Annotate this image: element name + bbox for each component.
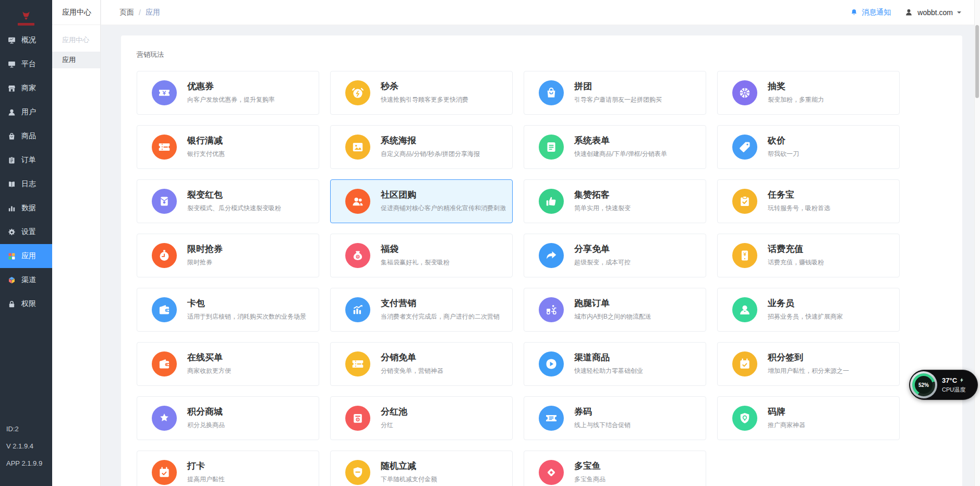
sidebar-item-orders[interactable]: 订单 <box>0 148 52 172</box>
app-card-system-form[interactable]: 系统表单快速创建商品/下单/弹框/分销表单 <box>524 125 706 169</box>
sidebar-item-label: 平台 <box>21 59 36 69</box>
app-card-random-discount[interactable]: 随机立减下单随机减支付金额 <box>330 451 513 486</box>
flash-icon <box>959 378 964 383</box>
breadcrumb-page[interactable]: 页面 <box>119 8 134 17</box>
chart-icon <box>345 297 370 322</box>
app-card-task-treasure[interactable]: 任务宝玩转服务号，吸粉首选 <box>717 179 900 223</box>
page-scrollbar[interactable] <box>974 0 980 486</box>
app-card-salesman[interactable]: 业务员招募业务员，快速扩展商家 <box>717 288 900 332</box>
app-card-title: 随机立减 <box>381 461 437 470</box>
app-card-online-pay[interactable]: 在线买单商家收款更方便 <box>137 342 319 386</box>
sidebar-item-data[interactable]: 数据 <box>0 196 52 220</box>
app-card-desc: 限时抢券 <box>187 258 223 267</box>
sidebar-item-goods[interactable]: 商品 <box>0 124 52 148</box>
app-card-desc: 线上与线下结合促销 <box>574 421 631 430</box>
app-card-payment-marketing[interactable]: 支付营销当消费者支付完成后，商户进行的二次营销 <box>330 288 513 332</box>
main-content: 营销玩法 优惠券向客户发放优惠券，提升复购率秒杀快速抢购引导顾客更多更快消费拼团… <box>101 25 975 486</box>
poster-icon <box>345 135 370 160</box>
clipboard-icon <box>732 189 757 214</box>
app-card-channel-goods[interactable]: 渠道商品快速轻松助力零基础创业 <box>524 342 706 386</box>
app-card-bank-discount[interactable]: 银行满减银行支付优惠 <box>137 125 319 169</box>
cpu-temp-value: 37°C <box>942 376 957 384</box>
sidebar-item-permission[interactable]: 权限 <box>0 292 52 316</box>
app-card-title: 积分签到 <box>768 353 849 362</box>
submenu-items: 应用中心应用 <box>52 32 100 68</box>
app-card-title: 裂变红包 <box>187 190 281 199</box>
app-card-coupon[interactable]: 优惠券向客户发放优惠券，提升复购率 <box>137 71 319 115</box>
app-card-turbot[interactable]: 多宝鱼多宝鱼商品 <box>524 451 706 486</box>
app-card-punch-card[interactable]: 打卡提高用户黏性 <box>137 451 319 486</box>
app-card-lucky-bag[interactable]: 福袋集福袋赢好礼，裂变吸粉 <box>330 234 513 277</box>
sidebar-item-label: 应用 <box>21 251 36 261</box>
app-card-time-limited-coupon[interactable]: 限时抢券限时抢券 <box>137 234 319 277</box>
bell-icon <box>850 8 858 16</box>
version: V 2.1.9.4 <box>6 438 42 455</box>
sidebar-item-logs[interactable]: 日志 <box>0 172 52 196</box>
app-card-errand-order[interactable]: 跑腿订单城市内A到B之间的物流配送 <box>524 288 706 332</box>
app-card-lottery[interactable]: 抽奖裂变加粉，多重能力 <box>717 71 900 115</box>
brand-wordmark <box>18 23 34 26</box>
brand-logo[interactable] <box>0 0 52 31</box>
sidebar-item-apps[interactable]: 应用 <box>0 244 52 268</box>
app-card-card-pack[interactable]: 卡包适用于到店核销，消耗购买次数的业务场景 <box>137 288 319 332</box>
app-card-share-free[interactable]: 分享免单超级裂变，成本可控 <box>524 234 706 277</box>
app-card-title: 拼团 <box>574 82 662 91</box>
app-card-title: 银行满减 <box>187 136 225 145</box>
app-card-text: 系统表单快速创建商品/下单/弹框/分销表单 <box>574 136 667 159</box>
notification-button[interactable]: 消息通知 <box>850 8 891 17</box>
app-card-text: 优惠券向客户发放优惠券，提升复购率 <box>187 82 275 104</box>
sidebar-item-label: 权限 <box>21 299 36 309</box>
cpu-info: 37°C CPU温度 <box>942 376 965 394</box>
app-card-like-collect[interactable]: 集赞拓客简单实用，快速裂变 <box>524 179 706 223</box>
sidebar-item-overview[interactable]: 概况 <box>0 28 52 52</box>
app-card-desc: 分销变免单，营销神器 <box>381 367 443 375</box>
app-card-desc: 城市内A到B之间的物流配送 <box>574 312 651 321</box>
sidebar-item-user[interactable]: 用户 <box>0 100 52 124</box>
app-card-desc: 裂变加粉，多重能力 <box>768 95 824 104</box>
app-card-code-plate[interactable]: 码牌推广商家神器 <box>717 396 900 440</box>
app-card-desc: 快速轻松助力零基础创业 <box>574 367 643 375</box>
app-card-title: 社区团购 <box>381 190 506 199</box>
app-card-bargain[interactable]: 砍价帮我砍一刀 <box>717 125 900 169</box>
sidebar-item-platform[interactable]: 平台 <box>0 52 52 76</box>
apps-icon <box>7 252 16 261</box>
submenu-item-app[interactable]: 应用 <box>52 52 100 68</box>
phone-icon <box>732 243 757 268</box>
app-card-coupon-code[interactable]: 券码线上与线下结合促销 <box>524 396 706 440</box>
app-card-distribution-free[interactable]: 分销免单分销变免单，营销神器 <box>330 342 513 386</box>
app-card-text: 福袋集福袋赢好礼，裂变吸粉 <box>381 245 450 267</box>
app-card-system-poster[interactable]: 系统海报自定义商品/分销/秒杀/拼团分享海报 <box>330 125 513 169</box>
app-card-text: 限时抢券限时抢券 <box>187 245 223 267</box>
app-card-fission-redpacket[interactable]: 裂变红包裂变模式、瓜分模式快速裂变吸粉 <box>137 179 319 223</box>
app-card-desc: 向客户发放优惠券，提升复购率 <box>187 95 275 104</box>
app-card-title: 多宝鱼 <box>574 461 606 470</box>
app-card-dividend-pool[interactable]: 分红池分红 <box>330 396 513 440</box>
submenu-item-app-center[interactable]: 应用中心 <box>52 32 100 48</box>
app-card-points-mall[interactable]: 积分商城积分兑换商品 <box>137 396 319 440</box>
app-card-group-buy[interactable]: 拼团引导客户邀请朋友一起拼团购买 <box>524 71 706 115</box>
chevron-down-icon <box>957 11 961 16</box>
coupon-icon <box>152 135 177 160</box>
notification-label: 消息通知 <box>862 8 891 17</box>
cpu-monitor-widget: 52% 37°C CPU温度 <box>909 370 978 400</box>
app-card-seckill[interactable]: 秒杀快速抢购引导顾客更多更快消费 <box>330 71 513 115</box>
wheel-icon <box>732 80 757 105</box>
app-card-community-group-buy[interactable]: 社区团购促进商铺对核心客户的精准化宣传和消费刺激 <box>330 179 513 223</box>
lock-icon <box>7 300 16 309</box>
account-icon <box>904 8 913 17</box>
thumb-icon <box>539 189 564 214</box>
submenu-panel: 应用中心 应用中心应用 <box>52 0 101 486</box>
app-card-text: 业务员招募业务员，快速扩展商家 <box>768 299 843 321</box>
app-card-phone-recharge[interactable]: 话费充值话费充值，赚钱吸粉 <box>717 234 900 277</box>
account-menu[interactable]: wobbt.com <box>904 8 961 17</box>
cpu-usage-value: 52% <box>915 376 933 394</box>
submenu-title: 应用中心 <box>52 0 100 25</box>
app-card-title: 集赞拓客 <box>574 190 631 199</box>
sidebar-item-merchant[interactable]: 商家 <box>0 76 52 100</box>
ticket-icon <box>152 80 177 105</box>
app-card-points-checkin[interactable]: 积分签到增加用户黏性，积分来源之一 <box>717 342 900 386</box>
play-icon <box>539 351 564 376</box>
sidebar-item-settings[interactable]: 设置 <box>0 220 52 244</box>
scrollbar-thumb[interactable] <box>975 25 979 98</box>
sidebar-item-channel[interactable]: 渠道 <box>0 268 52 292</box>
